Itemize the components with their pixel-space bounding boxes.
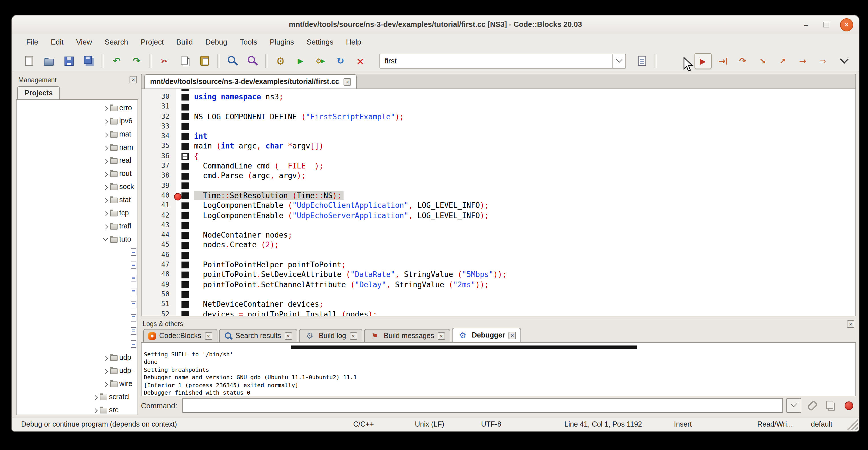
redo-button[interactable] — [128, 53, 145, 69]
search-combobox[interactable] — [379, 53, 626, 68]
tree-item-scratcl-22[interactable]: scratcl — [17, 390, 137, 403]
tree-item-fif-11[interactable]: fif — [17, 245, 137, 259]
close-tab-icon[interactable]: × — [438, 332, 445, 339]
chevron-right-icon[interactable] — [102, 144, 109, 150]
tree-item-udp-20[interactable]: udp- — [17, 364, 137, 377]
undo-button[interactable] — [108, 53, 125, 69]
search-input[interactable] — [380, 55, 612, 67]
menu-build[interactable]: Build — [170, 35, 199, 50]
tree-item-fir-12[interactable]: fir — [17, 259, 137, 272]
menu-view[interactable]: View — [70, 35, 98, 50]
tree-item-se-15[interactable]: se — [17, 298, 137, 311]
tree-item-rout-5[interactable]: rout — [17, 167, 137, 180]
chevron-right-icon[interactable] — [92, 393, 99, 400]
menu-tools[interactable]: Tools — [234, 35, 264, 50]
tab-projects[interactable]: Projects — [17, 86, 60, 99]
step-into-button[interactable] — [754, 53, 771, 69]
tree-item-real-4[interactable]: real — [17, 154, 137, 167]
close-tab-icon[interactable]: × — [284, 332, 292, 339]
chevron-down-icon[interactable] — [102, 236, 109, 242]
new-file-button[interactable] — [20, 53, 37, 69]
tree-item-sock-6[interactable]: sock — [17, 180, 137, 193]
find-button[interactable] — [224, 53, 241, 69]
chevron-right-icon[interactable] — [102, 104, 109, 111]
chevron-right-icon[interactable] — [102, 117, 109, 124]
chevron-right-icon[interactable] — [102, 367, 109, 374]
tree-item-mat-2[interactable]: mat — [17, 127, 137, 141]
chevron-right-icon[interactable] — [102, 380, 109, 387]
link-button[interactable] — [805, 399, 819, 412]
logs-tab-search-results[interactable]: Search results× — [219, 329, 297, 342]
chevron-right-icon[interactable] — [102, 130, 109, 137]
next-instruction-button[interactable] — [794, 53, 811, 69]
step-out-button[interactable] — [774, 53, 791, 69]
step-instruction-button[interactable] — [814, 53, 831, 69]
debug-continue-button[interactable] — [694, 53, 711, 69]
stop-button[interactable] — [841, 399, 856, 412]
tree-item-wire-21[interactable]: wire — [17, 377, 137, 390]
code-area[interactable]: using namespace ns3;NS_LOG_COMPONENT_DEF… — [142, 89, 856, 317]
chevron-right-icon[interactable] — [102, 354, 109, 361]
tree-item-erro-0[interactable]: erro — [17, 101, 137, 114]
menu-settings[interactable]: Settings — [300, 35, 340, 50]
chevron-right-icon[interactable] — [102, 170, 109, 177]
chevron-right-icon[interactable] — [102, 222, 109, 229]
build-button[interactable] — [272, 53, 289, 69]
tree-item-he-14[interactable]: he — [17, 285, 137, 298]
open-file-button[interactable] — [40, 53, 57, 69]
run-button[interactable] — [292, 53, 309, 69]
tree-item-six-17[interactable]: six — [17, 324, 137, 337]
close-tab-icon[interactable]: × — [205, 332, 212, 339]
copy-button[interactable] — [176, 53, 193, 69]
symbols-button[interactable] — [633, 53, 650, 69]
tree-item-trafl-9[interactable]: trafl — [17, 219, 137, 233]
tree-item-src-23[interactable]: src — [17, 403, 137, 415]
paste-button[interactable] — [196, 53, 213, 69]
menu-file[interactable]: File — [20, 35, 44, 50]
combo-dropdown-icon[interactable] — [612, 54, 625, 68]
logs-tab-debugger[interactable]: Debugger× — [452, 328, 521, 342]
tree-item-nam-3[interactable]: nam — [17, 141, 137, 154]
abort-button[interactable] — [352, 53, 369, 69]
next-line-button[interactable] — [734, 53, 751, 69]
code-editor[interactable]: 3031323334353637383940414243444546474849… — [141, 89, 856, 317]
projects-tree[interactable]: erroipv6matnamrealroutsockstattcptrafltu… — [16, 99, 138, 415]
chevron-right-icon[interactable] — [102, 183, 109, 190]
tree-item-tuto-10[interactable]: tuto — [17, 233, 137, 245]
tree-item-fo-13[interactable]: fo — [17, 272, 137, 285]
copy-button[interactable] — [823, 399, 838, 412]
command-input[interactable] — [182, 398, 783, 413]
rebuild-button[interactable] — [332, 53, 349, 69]
maximize-button[interactable] — [820, 19, 832, 31]
debugger-output[interactable]: Setting SHELL to '/bin/sh'doneSetting br… — [141, 342, 856, 396]
save-all-button[interactable] — [80, 53, 97, 69]
logs-tab-code-blocks[interactable]: Code::Blocks× — [143, 329, 217, 342]
command-dropdown-button[interactable] — [786, 398, 801, 413]
toolbar-overflow-button[interactable] — [836, 53, 853, 69]
menu-debug[interactable]: Debug — [199, 35, 234, 50]
menu-plugins[interactable]: Plugins — [264, 35, 300, 50]
menu-project[interactable]: Project — [134, 35, 170, 50]
tree-item-stat-7[interactable]: stat — [17, 193, 137, 206]
breakpoint-marker[interactable] — [174, 193, 182, 200]
menu-edit[interactable]: Edit — [44, 35, 70, 50]
logs-close-icon[interactable]: × — [847, 320, 854, 328]
run-to-cursor-button[interactable] — [714, 53, 731, 69]
close-tab-icon[interactable]: × — [508, 331, 516, 339]
close-button[interactable]: × — [840, 18, 853, 31]
management-close-icon[interactable]: × — [129, 76, 137, 83]
chevron-right-icon[interactable] — [102, 196, 109, 203]
chevron-right-icon[interactable] — [102, 157, 109, 163]
chevron-right-icon[interactable] — [92, 406, 99, 413]
cut-button[interactable] — [156, 53, 173, 69]
tree-item-th-18[interactable]: th — [17, 337, 137, 351]
build-and-run-button[interactable] — [312, 53, 329, 69]
logs-tab-build-log[interactable]: Build log× — [299, 329, 362, 342]
editor-tab-first-cc[interactable]: mnt/dev/tools/source/ns-3-dev/examples/t… — [144, 74, 357, 89]
close-tab-icon[interactable]: × — [344, 78, 351, 85]
chevron-right-icon[interactable] — [102, 209, 109, 216]
titlebar[interactable]: mnt/dev/tools/source/ns-3-dev/examples/t… — [12, 16, 859, 34]
close-tab-icon[interactable]: × — [349, 332, 357, 339]
menu-help[interactable]: Help — [340, 35, 368, 50]
tree-item-ipv6-1[interactable]: ipv6 — [17, 114, 137, 127]
